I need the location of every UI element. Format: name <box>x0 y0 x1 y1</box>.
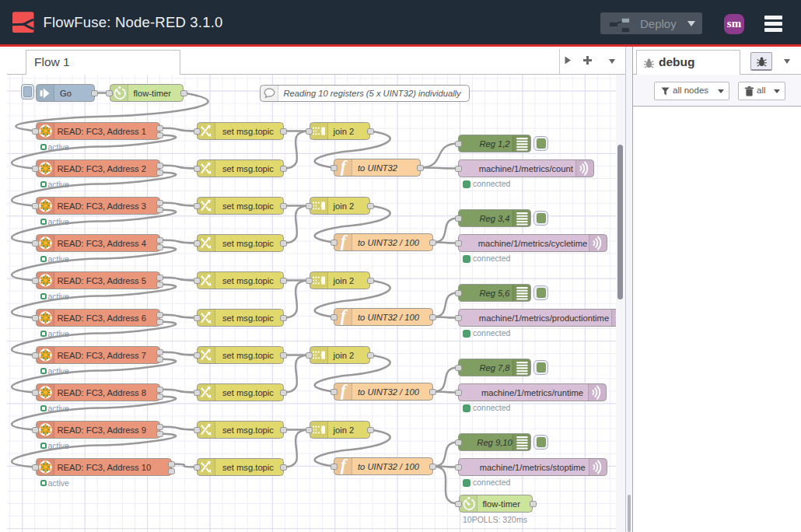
svg-text:f: f <box>341 308 348 325</box>
svg-text:f: f <box>341 383 348 400</box>
svg-text:f: f <box>341 457 348 474</box>
svg-text:f: f <box>341 159 348 176</box>
svg-text:f: f <box>341 233 348 250</box>
